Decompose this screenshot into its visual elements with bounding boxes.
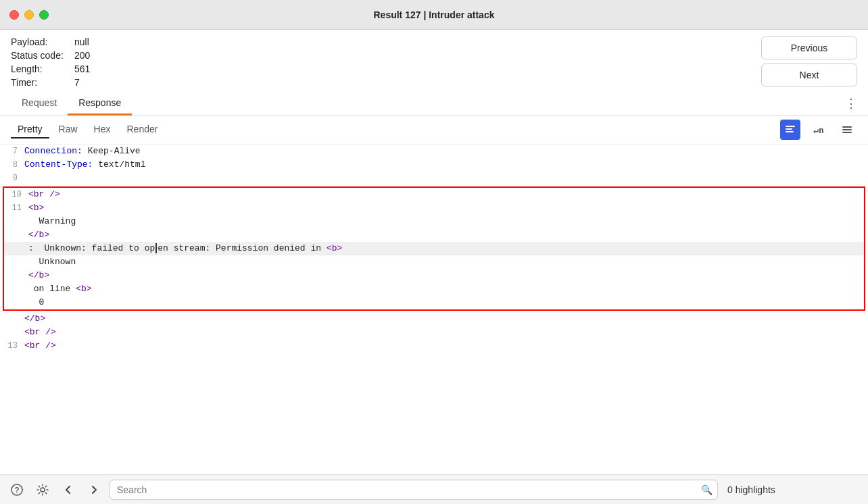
- meta-payload: Payload: null: [11, 36, 90, 47]
- meta-length: Length: 561: [11, 64, 90, 74]
- code-line-online: on line <b>: [4, 282, 864, 296]
- meta-timer: Timer: 7: [11, 77, 90, 88]
- svg-rect-3: [842, 126, 852, 128]
- svg-point-8: [41, 488, 45, 492]
- svg-text:?: ?: [15, 486, 20, 494]
- status-value: 200: [74, 50, 90, 61]
- minimize-button[interactable]: [24, 10, 34, 20]
- sub-tabs-row: Pretty Raw Hex Render ↵n: [0, 116, 868, 145]
- format-icon[interactable]: [780, 120, 800, 140]
- code-line-closeb2: </b>: [4, 269, 864, 282]
- next-button[interactable]: Next: [761, 64, 857, 86]
- meta-row: Payload: null Status code: 200 Length: 5…: [0, 30, 868, 92]
- code-line-closeb1: </b>: [4, 228, 864, 242]
- previous-button[interactable]: Previous: [761, 36, 857, 59]
- window-title: Result 127 | Intruder attack: [374, 9, 495, 20]
- tabs-more-icon[interactable]: ⋮: [845, 96, 857, 111]
- code-line-closeb3: </b>: [0, 312, 868, 326]
- code-line-br2: <br />: [0, 326, 868, 339]
- meta-status: Status code: 200: [11, 50, 90, 61]
- code-area[interactable]: 7 Connection: Keep-Alive 8 Content-Type:…: [0, 145, 868, 474]
- code-line-error: : Unknown: failed to open stream: Permis…: [4, 242, 864, 255]
- length-value: 561: [74, 64, 90, 74]
- code-line-10: 10 <br />: [4, 188, 864, 201]
- sub-tab-render[interactable]: Render: [120, 121, 165, 138]
- code-line-9: 9: [0, 172, 868, 185]
- code-line-unknown: Unknown: [4, 255, 864, 269]
- back-button[interactable]: [58, 480, 78, 500]
- payload-value: null: [74, 36, 89, 47]
- svg-rect-4: [842, 129, 852, 130]
- settings-button[interactable]: [32, 480, 53, 500]
- status-label: Status code:: [11, 50, 72, 61]
- svg-rect-1: [786, 128, 792, 130]
- svg-rect-2: [786, 131, 794, 132]
- forward-button[interactable]: [84, 480, 104, 500]
- tab-response[interactable]: Response: [68, 92, 132, 116]
- code-line-zero: 0: [4, 296, 864, 309]
- red-box-highlight: 10 <br /> 11 <b> Warning </b> : Unknown:…: [3, 186, 865, 311]
- timer-label: Timer:: [11, 77, 72, 88]
- maximize-button[interactable]: [39, 10, 49, 20]
- search-wrap: 🔍: [110, 480, 718, 500]
- tabs-row: Request Response ⋮: [0, 92, 868, 116]
- nav-buttons: Previous Next: [761, 36, 857, 86]
- help-button[interactable]: ?: [7, 480, 27, 500]
- code-line-13: 13 <br />: [0, 339, 868, 353]
- timer-value: 7: [74, 77, 80, 88]
- main-content: Payload: null Status code: 200 Length: 5…: [0, 30, 868, 504]
- sub-tab-raw[interactable]: Raw: [52, 121, 85, 138]
- title-bar: Result 127 | Intruder attack: [0, 0, 868, 30]
- length-label: Length:: [11, 64, 72, 74]
- code-line-7: 7 Connection: Keep-Alive: [0, 145, 868, 158]
- code-line-warning: Warning: [4, 215, 864, 228]
- window-controls: [9, 10, 49, 20]
- tab-request[interactable]: Request: [11, 92, 68, 116]
- code-line-8: 8 Content-Type: text/html: [0, 158, 868, 172]
- meta-labels: Payload: null Status code: 200 Length: 5…: [11, 36, 90, 88]
- search-input[interactable]: [110, 480, 718, 500]
- newline-icon[interactable]: ↵n: [809, 120, 829, 140]
- sub-tab-hex[interactable]: Hex: [87, 121, 118, 138]
- code-line-11: 11 <b>: [4, 201, 864, 215]
- menu-icon[interactable]: [837, 120, 857, 140]
- sub-tab-icons: ↵n: [780, 120, 857, 140]
- highlights-count: 0 highlights: [727, 484, 775, 495]
- svg-rect-0: [786, 126, 795, 127]
- payload-label: Payload:: [11, 36, 72, 47]
- bottom-bar: ? 🔍 0 highlights: [0, 474, 868, 504]
- svg-rect-5: [842, 132, 852, 133]
- sub-tab-pretty[interactable]: Pretty: [11, 121, 49, 138]
- close-button[interactable]: [9, 10, 19, 20]
